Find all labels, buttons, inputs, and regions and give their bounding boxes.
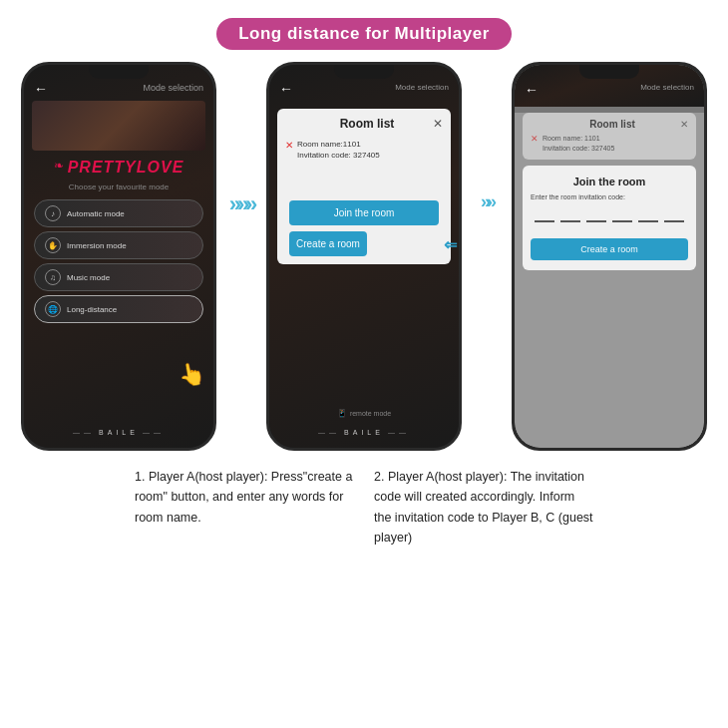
phone-3-room-name: Room name: 1101 bbox=[543, 134, 614, 144]
join-room-btn[interactable]: Join the room bbox=[289, 200, 439, 225]
phone-3-roomlist-title: Room list bbox=[589, 119, 635, 130]
phone-3-top-dialog-header: Room list ✕ bbox=[531, 119, 688, 130]
phone-3-x-icon: ✕ bbox=[531, 134, 539, 154]
phone-3-screen: ← Mode selection Room list ✕ ✕ Room name… bbox=[515, 65, 704, 448]
create-room-row: Create a room ⇐ bbox=[289, 231, 439, 256]
room-list-dialog: Room list ✕ ✕ Room name:1101 Invitation … bbox=[277, 109, 451, 264]
phone-1: ← Mode selection ❧ PRETTYLOVE Choose you… bbox=[21, 62, 216, 451]
mode-longdistance[interactable]: 🌐 Long-distance bbox=[34, 295, 203, 323]
automatic-label: Automatic mode bbox=[67, 209, 125, 218]
room-info: Room name:1101 Invitation code: 327405 bbox=[297, 139, 380, 161]
phone-3-mode-label: Mode selection bbox=[640, 83, 694, 92]
desc-block-1: 1. Player A(host player): Press"create a… bbox=[135, 467, 354, 548]
mode-immersion[interactable]: ✋ Immersion mode bbox=[34, 231, 203, 259]
phone-1-logo: ❧ PRETTYLOVE bbox=[24, 159, 213, 177]
room-list-header: Room list ✕ bbox=[285, 117, 443, 131]
phone-2-footer: BAILE bbox=[269, 429, 459, 436]
phone-3-overlay: Room list ✕ ✕ Room name: 1101 Invitation… bbox=[515, 113, 704, 448]
phone-3-create-btn[interactable]: Create a room bbox=[531, 238, 688, 260]
room-buttons: Join the room Create a room ⇐ bbox=[285, 200, 443, 256]
code-dash-2 bbox=[560, 208, 580, 222]
arrow-1: »»» bbox=[216, 191, 266, 217]
join-room-title: Join the room bbox=[531, 176, 688, 187]
phone-1-subtitle: Choose your favourite mode bbox=[24, 182, 213, 191]
longdistance-label: Long-distance bbox=[67, 305, 117, 314]
description-row: 1. Player A(host player): Press"create a… bbox=[0, 451, 728, 548]
phone-1-back-arrow[interactable]: ← bbox=[34, 81, 48, 97]
arrow-chevrons-2: »» bbox=[481, 191, 493, 212]
phone-3: ← Mode selection Room list ✕ ✕ Room name… bbox=[512, 62, 707, 451]
desc-block-2: 2. Player A(host player): The invitation… bbox=[374, 467, 593, 548]
desc-text-2: 2. Player A(host player): The invitation… bbox=[374, 470, 593, 545]
phone-2-remote-label: 📱 remote mode bbox=[269, 409, 459, 418]
room-x-icon: ✕ bbox=[285, 140, 293, 151]
mode-music[interactable]: ♫ Music mode bbox=[34, 263, 203, 291]
phone-1-footer: BAILE bbox=[24, 429, 213, 436]
immersion-label: Immersion mode bbox=[67, 241, 127, 250]
join-label: Enter the room invitation code: bbox=[531, 193, 688, 200]
room-name: Room name:1101 bbox=[297, 139, 380, 150]
arrow-2: »» bbox=[462, 191, 512, 212]
create-arrow-icon: ⇐ bbox=[444, 234, 457, 253]
music-label: Music mode bbox=[67, 273, 110, 282]
code-dash-1 bbox=[535, 208, 554, 222]
phone-3-top-dialog: Room list ✕ ✕ Room name: 1101 Invitation… bbox=[523, 113, 696, 160]
code-input-row bbox=[531, 208, 688, 222]
code-dash-4 bbox=[612, 208, 632, 222]
remote-icon-2: 📱 bbox=[337, 409, 347, 418]
phone-2-screen: ← Mode selection Room list ✕ ✕ Room name… bbox=[269, 65, 459, 448]
desc-text-1: 1. Player A(host player): Press"create a… bbox=[135, 470, 352, 525]
phone-3-invitation-code: Invitation code: 327405 bbox=[543, 144, 614, 154]
phone-1-mode-label: Mode selection bbox=[143, 83, 203, 93]
code-dash-6 bbox=[664, 208, 684, 222]
title-text: Long distance for Multiplayer bbox=[238, 24, 490, 43]
logo-text: PRETTYLOVE bbox=[68, 159, 184, 177]
phone-1-notch bbox=[89, 65, 149, 79]
phone-2-notch bbox=[334, 65, 394, 79]
title-section: Long distance for Multiplayer bbox=[0, 0, 728, 50]
phone-2-mode-label: Mode selection bbox=[395, 83, 449, 92]
phone-2: ← Mode selection Room list ✕ ✕ Room name… bbox=[266, 62, 462, 451]
phone-1-screen: ← Mode selection ❧ PRETTYLOVE Choose you… bbox=[24, 65, 213, 448]
phone-3-notch bbox=[579, 65, 639, 79]
phone-3-room-info: Room name: 1101 Invitation code: 327405 bbox=[543, 134, 614, 154]
create-room-btn[interactable]: Create a room bbox=[289, 231, 367, 256]
mode-automatic[interactable]: ♪ Automatic mode bbox=[34, 199, 203, 227]
title-badge: Long distance for Multiplayer bbox=[216, 18, 512, 50]
logo-icon: ❧ bbox=[54, 159, 64, 177]
immersion-icon: ✋ bbox=[45, 237, 61, 253]
code-dash-5 bbox=[638, 208, 658, 222]
invitation-code: Invitation code: 327405 bbox=[297, 150, 380, 161]
code-dash-3 bbox=[586, 208, 606, 222]
phone-3-room-entry: ✕ Room name: 1101 Invitation code: 32740… bbox=[531, 134, 688, 154]
room-entry: ✕ Room name:1101 Invitation code: 327405 bbox=[285, 139, 443, 161]
room-list-title: Room list bbox=[301, 117, 433, 131]
phone-3-back-arrow[interactable]: ← bbox=[525, 82, 539, 98]
automatic-icon: ♪ bbox=[45, 205, 61, 221]
phone-3-close-btn[interactable]: ✕ bbox=[680, 119, 688, 130]
phone-1-banner bbox=[32, 101, 205, 151]
arrow-chevrons-1: »»» bbox=[229, 191, 254, 217]
longdistance-icon: 🌐 bbox=[45, 301, 61, 317]
music-icon: ♫ bbox=[45, 269, 61, 285]
hand-pointer: 👆 bbox=[177, 360, 207, 390]
phone-2-back-arrow[interactable]: ← bbox=[279, 81, 293, 97]
join-room-dialog: Join the room Enter the room invitation … bbox=[523, 166, 696, 270]
room-list-close-btn[interactable]: ✕ bbox=[433, 117, 443, 131]
phones-row: ← Mode selection ❧ PRETTYLOVE Choose you… bbox=[0, 62, 728, 451]
phone-2-remote-bar: 📱 remote mode bbox=[269, 409, 459, 418]
